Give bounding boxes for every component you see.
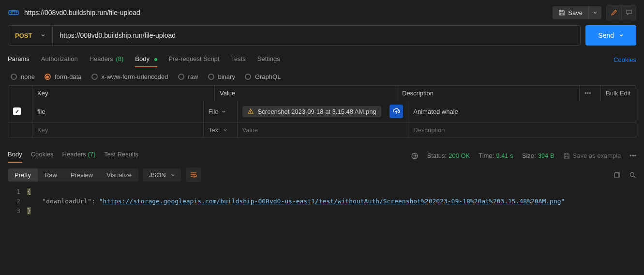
col-key: Key	[32, 86, 215, 101]
radio-icon	[245, 74, 251, 80]
globe-icon[interactable]	[411, 152, 419, 160]
chevron-down-icon	[222, 109, 226, 114]
wrap-lines-button[interactable]	[186, 168, 201, 182]
response-actions-right	[613, 171, 636, 179]
radio-binary[interactable]: binary	[208, 73, 235, 80]
radio-graphql[interactable]: GraphQL	[245, 73, 281, 80]
radio-icon	[11, 74, 17, 80]
description-cell[interactable]: Animated whale	[408, 101, 636, 122]
tab-authorization[interactable]: Authorization	[41, 52, 78, 67]
comment-button[interactable]	[621, 5, 636, 20]
save-icon	[563, 153, 570, 159]
status-display: Status:200 OK	[427, 152, 470, 159]
svg-rect-5	[614, 173, 618, 178]
http-method-icon: HTTP	[8, 7, 19, 18]
svg-line-7	[634, 176, 635, 178]
body-indicator-dot	[154, 58, 157, 61]
body-type-radios: none form-data x-www-form-urlencoded raw…	[0, 67, 644, 85]
radio-none[interactable]: none	[11, 73, 35, 80]
resp-tab-cookies[interactable]: Cookies	[31, 149, 54, 163]
save-label: Save	[568, 9, 583, 16]
table-header: Key Value Description ••• Bulk Edit	[8, 86, 636, 101]
key-cell[interactable]: file	[32, 101, 204, 122]
col-description: Description	[397, 86, 580, 101]
chevron-down-icon	[41, 33, 45, 38]
time-display: Time:9.41 s	[479, 152, 513, 159]
upload-button[interactable]	[389, 105, 403, 118]
method-url-container: POST	[8, 25, 581, 46]
resp-tab-body[interactable]: Body	[8, 149, 22, 163]
table-options[interactable]: •••	[580, 86, 601, 101]
header-icon-group	[606, 5, 636, 20]
top-bar: HTTP https://008vd0.buildship.run/file-u…	[0, 0, 644, 25]
value-placeholder[interactable]: Value	[238, 122, 409, 138]
radio-icon	[45, 74, 51, 80]
pencil-icon	[611, 9, 617, 16]
response-body: 1{ 2 "downloadUrl": "https://storage.goo…	[0, 187, 644, 216]
radio-icon	[208, 74, 214, 80]
chevron-down-icon	[593, 10, 598, 15]
radio-raw[interactable]: raw	[178, 73, 198, 80]
edit-button[interactable]	[607, 5, 621, 20]
file-chip[interactable]: Screenshot 2023-09-18 at 3.15.48 AM.png	[242, 106, 381, 117]
key-placeholder[interactable]: Key	[32, 122, 204, 138]
save-icon	[558, 9, 565, 16]
response-view-controls: Pretty Raw Preview Visualize JSON	[0, 163, 644, 187]
radio-icon	[91, 74, 98, 80]
download-url-link[interactable]: https://storage.googleapis.com/buildship…	[103, 198, 561, 205]
request-title: https://008vd0.buildship.run/file-upload	[24, 9, 140, 16]
description-placeholder[interactable]: Description	[408, 122, 636, 138]
cookies-link[interactable]: Cookies	[614, 56, 636, 63]
search-button[interactable]	[629, 171, 636, 179]
method-label: POST	[15, 32, 32, 39]
view-preview[interactable]: Preview	[64, 168, 100, 182]
chevron-down-icon	[171, 173, 175, 177]
copy-icon	[613, 171, 620, 179]
form-data-table: Key Value Description ••• Bulk Edit ✓ fi…	[8, 85, 636, 138]
view-pretty[interactable]: Pretty	[8, 168, 38, 182]
response-more[interactable]: •••	[629, 152, 636, 159]
radio-icon	[178, 74, 184, 80]
chevron-down-icon	[619, 33, 624, 38]
request-row: POST Send	[0, 25, 644, 52]
format-select[interactable]: JSON	[143, 168, 181, 182]
table-row: ✓ file File Screenshot 2023-09-18 at 3.1…	[8, 101, 636, 122]
url-input[interactable]	[53, 26, 580, 45]
table-row-placeholder: Key Text Value Description	[8, 122, 636, 138]
http-method-select[interactable]: POST	[8, 26, 53, 45]
tab-headers[interactable]: Headers (8)	[90, 52, 124, 67]
svg-text:HTTP: HTTP	[10, 11, 18, 14]
view-mode-group: Pretty Raw Preview Visualize	[8, 168, 138, 182]
bulk-edit-link[interactable]: Bulk Edit	[601, 86, 636, 101]
response-tabs: Body Cookies Headers (7) Test Results St…	[0, 144, 644, 163]
tab-pre-request-script[interactable]: Pre-request Script	[169, 52, 220, 67]
type-select[interactable]: Text	[209, 126, 227, 134]
save-as-example[interactable]: Save as example	[563, 152, 621, 159]
tab-params[interactable]: Params	[8, 52, 30, 67]
send-button[interactable]: Send	[585, 25, 636, 46]
tab-settings[interactable]: Settings	[257, 52, 280, 67]
col-value: Value	[215, 86, 397, 101]
wrap-icon	[190, 171, 197, 178]
svg-point-3	[250, 112, 251, 113]
search-icon	[629, 171, 636, 179]
radio-x-www-form-urlencoded[interactable]: x-www-form-urlencoded	[91, 73, 168, 80]
save-button-group: Save	[553, 6, 601, 19]
warning-icon	[247, 108, 254, 115]
tab-tests[interactable]: Tests	[231, 52, 245, 67]
resp-tab-headers[interactable]: Headers (7)	[62, 149, 96, 163]
row-checkbox[interactable]: ✓	[13, 107, 21, 115]
type-select[interactable]: File	[209, 108, 226, 115]
save-dropdown[interactable]	[588, 6, 601, 19]
view-raw[interactable]: Raw	[38, 168, 64, 182]
tab-body[interactable]: Body	[135, 52, 157, 67]
resp-tab-test-results[interactable]: Test Results	[104, 149, 138, 163]
save-button[interactable]: Save	[553, 6, 588, 19]
chevron-down-icon	[223, 128, 227, 132]
cloud-upload-icon	[392, 107, 400, 115]
copy-button[interactable]	[613, 171, 620, 179]
view-visualize[interactable]: Visualize	[100, 168, 138, 182]
radio-form-data[interactable]: form-data	[45, 73, 82, 80]
svg-point-6	[630, 172, 634, 176]
send-label: Send	[598, 31, 614, 39]
